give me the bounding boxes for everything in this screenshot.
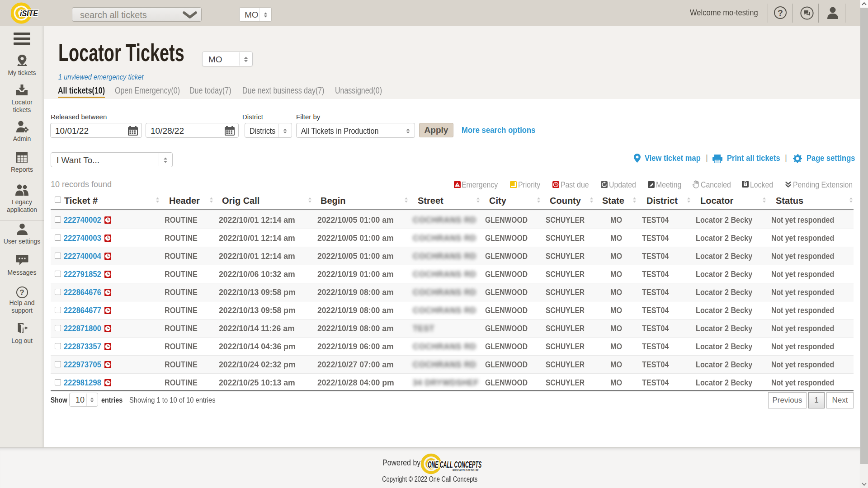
svg-text:iSITE: iSITE xyxy=(20,9,38,19)
svg-text:ONE CALL CONCEPTS: ONE CALL CONCEPTS xyxy=(428,460,482,469)
svg-text:WHEN SAFETY IS ON THE LINE: WHEN SAFETY IS ON THE LINE xyxy=(453,468,479,471)
